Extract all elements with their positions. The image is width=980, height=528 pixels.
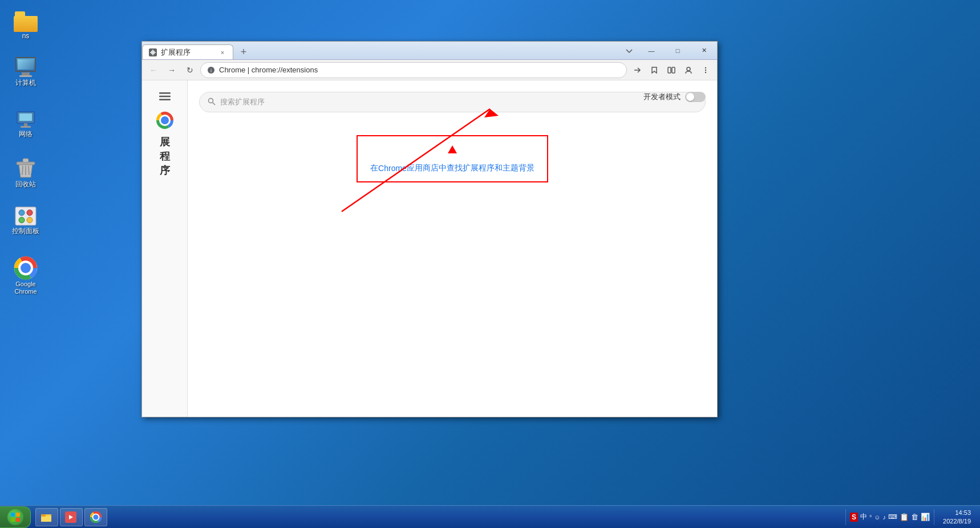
chrome-store-link[interactable]: 在 Chrome 应用商店中查找扩展程序和主题背景 — [370, 163, 534, 173]
tab-title: 扩展程序 — [161, 47, 214, 58]
desktop-icon-chrome[interactable]: Google Chrome — [6, 255, 46, 295]
new-tab-button[interactable]: + — [236, 44, 252, 60]
tray-icon-3: 📊 — [921, 513, 930, 521]
annotation-container: 在 Chrome 应用商店中查找扩展程序和主题背景 — [357, 135, 548, 182]
ime-chinese-icon: 中 — [860, 512, 867, 522]
svg-rect-43 — [41, 516, 51, 522]
folder-icon — [14, 11, 38, 32]
refresh-button[interactable]: ↻ — [182, 62, 198, 78]
svg-rect-27 — [159, 92, 171, 94]
menu-button[interactable] — [698, 62, 714, 78]
desktop-icon-control-panel[interactable]: 控制面板 — [6, 205, 46, 235]
store-link-box: 在 Chrome 应用商店中查找扩展程序和主题背景 — [357, 135, 548, 182]
svg-line-8 — [29, 166, 29, 175]
desktop-icon-computer[interactable]: 计算机 — [6, 57, 46, 87]
desktop-icon-network[interactable]: 网络 — [6, 108, 46, 138]
svg-rect-44 — [41, 514, 46, 517]
computer-icon — [14, 57, 38, 79]
svg-point-17 — [21, 263, 31, 273]
taskbar-item-explorer[interactable] — [35, 508, 58, 526]
chrome-logo-sidebar — [156, 111, 174, 129]
close-button[interactable]: ✕ — [691, 42, 717, 60]
developer-mode-toggle[interactable] — [685, 92, 706, 102]
svg-text:i: i — [210, 68, 212, 74]
extensions-empty-area: 在 Chrome 应用商店中查找扩展程序和主题背景 — [199, 124, 706, 182]
address-bar[interactable]: i Chrome | chrome://extensions — [200, 62, 627, 78]
taskbar-item-chrome[interactable] — [84, 508, 107, 526]
desktop-icon-label-recycle: 回收站 — [15, 180, 36, 188]
control-panel-icon — [14, 205, 38, 227]
svg-rect-1 — [19, 113, 32, 121]
back-button[interactable]: ← — [145, 62, 161, 78]
svg-point-24 — [705, 67, 706, 68]
svg-point-23 — [687, 67, 690, 71]
recycle-icon — [14, 157, 38, 180]
svg-rect-3 — [21, 126, 31, 128]
split-view-button[interactable] — [663, 62, 679, 78]
extensions-main: 搜索扩展程序 开发者模式 — [188, 80, 717, 417]
forward-button[interactable]: → — [164, 62, 180, 78]
explorer-taskbar-icon — [41, 511, 52, 523]
shuangpin-icon: S — [850, 513, 858, 522]
network-icon — [14, 108, 38, 130]
tray-icon-2: 🗑 — [911, 513, 918, 521]
svg-rect-41 — [16, 518, 20, 522]
svg-point-25 — [705, 69, 706, 70]
system-tray: S 中 ° ☺ ♪ ⌨ 📋 🗑 📊 14:53 2022/8/19 — [839, 509, 980, 525]
svg-point-32 — [161, 116, 169, 124]
red-arrow-indicator — [370, 144, 534, 158]
media-taskbar-icon — [65, 511, 76, 523]
svg-rect-29 — [159, 99, 171, 101]
ime-emoji-icon: ☺ — [874, 514, 880, 521]
svg-rect-5 — [23, 159, 29, 163]
share-button[interactable] — [629, 62, 645, 78]
svg-line-6 — [22, 166, 23, 175]
sidebar-title: 展 程 序 — [142, 135, 187, 178]
desktop-icon-ns[interactable]: ns — [6, 11, 46, 40]
desktop-icon-label-ns: ns — [22, 32, 30, 40]
tab-close-button[interactable]: × — [218, 48, 227, 57]
browser-toolbar: ← → ↻ i Chrome | chrome://extensions — [142, 60, 717, 80]
ime-keyboard-icon: ⌨ — [888, 513, 897, 521]
browser-titlebar: 扩展程序 × + — □ ✕ — [142, 42, 717, 60]
search-icon — [208, 98, 216, 107]
toggle-knob — [686, 93, 694, 101]
extensions-search-bar[interactable]: 搜索扩展程序 — [199, 92, 706, 112]
start-button[interactable] — [0, 506, 31, 528]
extensions-sidebar: 展 程 序 — [142, 80, 188, 417]
chrome-taskbar-icon — [90, 511, 102, 523]
browser-tab-active[interactable]: 扩展程序 × — [142, 44, 233, 59]
svg-rect-39 — [16, 513, 20, 517]
developer-mode-label: 开发者模式 — [643, 92, 681, 102]
sidebar-menu-button[interactable] — [155, 86, 175, 107]
browser-content: 展 程 序 搜索扩展程序 开发者模式 — [142, 80, 717, 417]
address-security-icon: i — [206, 66, 216, 75]
svg-marker-45 — [69, 515, 73, 519]
maximize-button[interactable]: □ — [665, 42, 691, 60]
search-input-placeholder: 搜索扩展程序 — [220, 97, 697, 107]
toolbar-right-icons — [629, 62, 714, 78]
bookmark-button[interactable] — [646, 62, 662, 78]
svg-line-34 — [213, 102, 216, 105]
browser-tabs: 扩展程序 × + — [142, 42, 620, 59]
svg-point-12 — [19, 217, 25, 223]
taskbar-item-media[interactable] — [60, 508, 83, 526]
desktop-icon-label-control-panel: 控制面板 — [12, 227, 39, 235]
svg-point-10 — [19, 210, 25, 216]
minimize-button[interactable]: — — [638, 42, 665, 60]
svg-point-48 — [94, 514, 99, 519]
svg-point-11 — [27, 210, 33, 216]
tab-favicon — [148, 48, 157, 57]
tray-icon-1: 📋 — [900, 513, 909, 521]
system-clock[interactable]: 14:53 2022/8/19 — [938, 509, 975, 525]
browser-window: 扩展程序 × + — □ ✕ ← → ↻ i Chrom — [141, 41, 718, 417]
window-dropdown-button[interactable] — [620, 42, 638, 60]
desktop-icon-recycle[interactable]: 回收站 — [6, 157, 46, 188]
svg-rect-9 — [15, 207, 36, 225]
developer-mode-section: 开发者模式 — [643, 92, 706, 102]
profile-button[interactable] — [681, 62, 696, 78]
tray-divider-2 — [934, 509, 934, 525]
ime-voice-icon: ♪ — [883, 514, 886, 521]
svg-point-26 — [705, 71, 706, 72]
clock-time: 14:53 — [943, 509, 971, 517]
